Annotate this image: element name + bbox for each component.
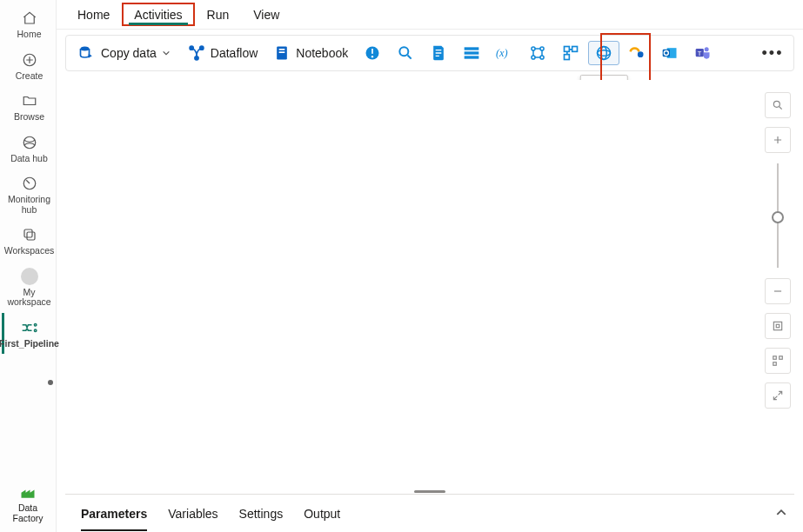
ml-activity-button[interactable] [522,41,553,65]
dataflow-label: Dataflow [211,46,258,60]
activities-toolbar: Copy data Dataflow Notebook [65,35,794,71]
svg-point-7 [81,47,90,51]
svg-point-38 [705,47,709,51]
home-icon [22,9,37,28]
notebook-button[interactable]: Notebook [266,41,355,65]
unsaved-indicator-dot [48,380,53,385]
monitor-icon [22,174,37,193]
zoom-slider[interactable] [777,163,779,268]
rail-item-datafactory[interactable]: Data Factory [2,478,54,532]
variable-activity-button[interactable]: (x) [489,41,520,65]
zoom-in-button[interactable] [765,127,791,153]
outlook-activity-button[interactable] [654,41,686,65]
search-activity-button[interactable] [390,41,421,65]
stored-proc-activity-button[interactable] [456,41,487,65]
teams-activity-button[interactable]: T [687,41,719,65]
search-icon [397,44,414,62]
rail-item-label: Create [16,71,43,82]
ribbon-tab-home[interactable]: Home [65,3,122,26]
copy-data-icon [78,44,96,62]
avatar-icon [21,267,38,286]
notebook-label: Notebook [296,46,348,60]
bottom-tab-output[interactable]: Output [304,496,340,531]
svg-rect-27 [572,47,578,52]
rail-item-datahub[interactable]: Data hub [2,128,54,170]
svg-rect-40 [773,322,781,329]
datahub-icon [22,133,37,152]
rail-item-label: Workspaces [4,246,55,256]
ribbon-tab-view[interactable]: View [241,3,291,26]
copy-data-label: Copy data [101,46,157,60]
switch-activity-button[interactable] [555,41,586,65]
svg-rect-13 [279,51,285,53]
collapse-panel-button[interactable] [775,506,787,521]
rail-item-monitoring[interactable]: Monitoring hub [2,169,54,220]
svg-rect-26 [565,47,570,52]
webhook-icon [628,44,646,62]
pipeline-canvas[interactable] [65,80,803,489]
fit-to-screen-button[interactable] [765,313,791,339]
ribbon-tabs: Home Activities Run View [57,0,803,30]
lookup-icon [364,44,381,62]
svg-rect-4 [27,232,35,240]
bottom-tab-parameters[interactable]: Parameters [81,496,147,531]
auto-layout-button[interactable] [765,348,791,374]
ribbon-tab-activities[interactable]: Activities [122,3,194,26]
rail-item-label: First_Pipeline [0,339,59,349]
outlook-icon [661,44,679,62]
script-activity-button[interactable] [423,41,454,65]
dataflow-icon [188,44,205,62]
svg-point-10 [195,57,198,60]
mlflow-icon [529,44,546,62]
bottom-tab-variables[interactable]: Variables [168,496,217,531]
svg-point-1 [23,136,36,149]
rail-item-home[interactable]: Home [2,3,54,45]
rail-item-label: Browse [14,112,44,123]
svg-rect-18 [465,47,479,50]
rail-item-label: Data hub [10,154,48,164]
lookup-activity-button[interactable] [357,41,388,65]
zoom-slider-thumb[interactable] [772,211,784,223]
svg-point-16 [371,56,373,57]
canvas-controls [765,92,791,409]
zoom-out-button[interactable] [765,278,791,304]
svg-point-31 [601,47,607,60]
dataflow-button[interactable]: Dataflow [181,41,264,65]
rail-item-my-workspace[interactable]: My workspace [2,262,54,313]
svg-point-17 [400,47,409,56]
stored-proc-icon [463,44,480,62]
svg-point-29 [598,47,611,60]
copy-data-button[interactable]: Copy data [71,41,179,65]
fullscreen-button[interactable] [765,382,791,409]
rail-item-label: My workspace [4,288,54,308]
script-icon [430,44,447,62]
bottom-panel: Parameters Variables Settings Output [65,494,794,532]
rail-item-label: Home [17,30,41,40]
svg-point-5 [34,323,36,326]
variable-icon: (x) [496,44,513,62]
chevron-down-icon [162,48,172,58]
rail-item-workspaces[interactable]: Workspaces [2,220,54,262]
svg-rect-15 [371,49,373,54]
web-activity-button[interactable]: Web [588,41,619,65]
data-factory-icon [19,483,37,502]
svg-point-23 [540,47,544,50]
rail-item-create[interactable]: Create [2,45,54,87]
svg-point-24 [532,56,535,59]
ribbon-tab-run[interactable]: Run [195,3,242,26]
svg-point-39 [773,101,780,107]
rail-item-browse[interactable]: Browse [2,86,54,128]
bottom-tab-settings[interactable]: Settings [239,496,284,531]
rail-item-first-pipeline[interactable]: First_Pipeline [2,313,54,355]
main-area: Home Activities Run View Copy data Dataf… [57,0,803,532]
svg-rect-41 [776,324,780,328]
switch-icon [562,44,579,62]
webhook-activity-button[interactable] [621,41,652,65]
toolbar-more-button[interactable]: ••• [757,41,788,65]
pipeline-icon [21,318,38,337]
svg-rect-43 [780,356,783,360]
canvas-search-button[interactable] [765,92,791,118]
plus-circle-icon [22,50,37,70]
workspaces-icon [22,225,37,244]
svg-text:(x): (x) [496,47,508,59]
